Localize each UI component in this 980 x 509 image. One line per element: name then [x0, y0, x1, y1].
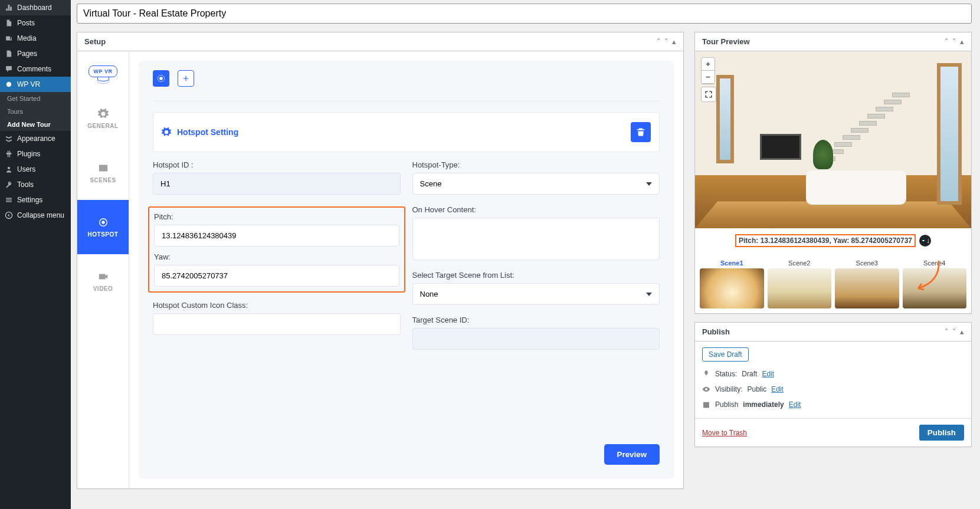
menu-plugins[interactable]: Plugins: [0, 146, 71, 162]
hover-content-textarea[interactable]: [412, 218, 660, 260]
submenu-tours[interactable]: Tours: [0, 105, 71, 118]
menu-tools[interactable]: Tools: [0, 177, 71, 192]
hotspot-type-label: Hotspot-Type:: [412, 160, 660, 169]
target-scene-id-label: Target Scene ID:: [412, 316, 660, 324]
tour-title-input[interactable]: [77, 4, 972, 24]
setup-heading: Setup: [84, 37, 106, 46]
menu-posts[interactable]: Posts: [0, 15, 71, 31]
tab-video[interactable]: VIDEO: [77, 254, 129, 308]
scene-thumbnails: Scene1 Scene2 Scene3 Scene4: [695, 253, 971, 313]
pitch-input[interactable]: [154, 225, 399, 247]
target-scene-id-input: [412, 328, 660, 350]
apply-position-button[interactable]: ↓: [919, 235, 931, 247]
panel-up-icon[interactable]: ˄: [657, 37, 661, 46]
menu-settings[interactable]: Settings: [0, 192, 71, 208]
hotspot-id-input: [153, 173, 401, 195]
panel-down-icon[interactable]: ˅: [664, 37, 668, 46]
panel-down-icon[interactable]: ˅: [952, 327, 956, 336]
svg-point-1: [8, 167, 10, 169]
menu-dashboard[interactable]: Dashboard: [0, 0, 71, 15]
hotspot-add-tab[interactable]: [178, 70, 194, 87]
custom-icon-label: Hotspot Custom Icon Class:: [153, 301, 401, 310]
schedule-row: Publish immediately Edit: [702, 397, 964, 412]
tab-hotspot[interactable]: HOTSPOT: [77, 200, 129, 254]
vertical-tabs: WP VR GENERAL SCENES HOTSPOT VIDEO: [77, 51, 129, 488]
admin-sidebar: Dashboard Posts Media Pages Comments WP …: [0, 0, 71, 509]
hotspot-setting-title: Hotspot Setting: [177, 127, 238, 137]
tour-preview-heading: Tour Preview: [702, 37, 750, 46]
hotspot-id-label: Hotspot ID :: [153, 160, 401, 169]
svg-point-5: [159, 77, 163, 80]
collapse-menu[interactable]: Collapse menu: [0, 208, 71, 223]
edit-status-link[interactable]: Edit: [762, 370, 774, 378]
panel-toggle-icon[interactable]: ▴: [672, 37, 676, 46]
tab-general[interactable]: GENERAL: [77, 91, 129, 146]
scene-thumb-3[interactable]: Scene3: [835, 258, 899, 308]
status-row: Status: Draft Edit: [702, 366, 964, 382]
wpvr-logo: WP VR: [77, 51, 129, 91]
hotspot-record-tab[interactable]: [153, 70, 169, 87]
scene-thumb-1[interactable]: Scene1: [700, 258, 764, 308]
scene-thumb-4[interactable]: Scene4: [903, 258, 967, 308]
panorama-viewport[interactable]: + − Add This Position into active Hotspo…: [695, 51, 971, 228]
target-scene-select[interactable]: None: [412, 283, 660, 305]
save-draft-button[interactable]: Save Draft: [702, 347, 749, 362]
move-to-trash-link[interactable]: Move to Trash: [702, 429, 747, 437]
fullscreen-button[interactable]: [701, 87, 716, 102]
setup-panel: Setup ˄ ˅ ▴ WP VR GENERAL SCENES HOTSPOT: [77, 32, 684, 489]
panel-toggle-icon[interactable]: ▴: [960, 327, 964, 336]
menu-comments[interactable]: Comments: [0, 61, 71, 77]
yaw-input[interactable]: [154, 265, 399, 287]
menu-users[interactable]: Users: [0, 162, 71, 177]
tab-scenes[interactable]: SCENES: [77, 146, 129, 200]
hotspot-type-select[interactable]: Scene: [412, 173, 660, 195]
menu-pages[interactable]: Pages: [0, 46, 71, 61]
submenu-get-started[interactable]: Get Started: [0, 92, 71, 105]
scene-thumb-2[interactable]: Scene2: [768, 258, 832, 308]
menu-wpvr[interactable]: WP VR: [0, 77, 71, 92]
hover-content-label: On Hover Content:: [412, 205, 660, 214]
publish-button[interactable]: Publish: [919, 425, 964, 441]
custom-icon-input[interactable]: [153, 313, 401, 335]
publish-panel: Publish ˄˅▴ Save Draft Status: Draft Edi…: [694, 322, 972, 447]
pitch-label: Pitch:: [154, 212, 173, 221]
edit-schedule-link[interactable]: Edit: [789, 400, 801, 409]
pitch-yaw-readout: Pitch: 13.124836124380439, Yaw: 85.27420…: [735, 234, 916, 247]
submenu-add-new-tour[interactable]: Add New Tour: [0, 118, 71, 131]
panel-up-icon[interactable]: ˄: [945, 37, 949, 46]
panel-toggle-icon[interactable]: ▴: [960, 37, 964, 46]
panel-up-icon[interactable]: ˄: [945, 327, 949, 336]
publish-heading: Publish: [702, 327, 730, 336]
menu-media[interactable]: Media: [0, 31, 71, 46]
zoom-out-button[interactable]: −: [702, 71, 714, 84]
visibility-row: Visibility: Public Edit: [702, 382, 964, 397]
svg-point-3: [101, 221, 104, 224]
yaw-label: Yaw:: [154, 252, 171, 261]
preview-button[interactable]: Preview: [604, 444, 660, 465]
tour-preview-panel: Tour Preview ˄˅▴: [694, 32, 972, 314]
panel-down-icon[interactable]: ˅: [952, 37, 956, 46]
zoom-in-button[interactable]: +: [702, 58, 714, 71]
svg-point-0: [6, 82, 11, 87]
target-scene-list-label: Select Target Scene from List:: [412, 271, 660, 280]
delete-hotspot-button[interactable]: [631, 122, 651, 142]
edit-visibility-link[interactable]: Edit: [771, 385, 784, 393]
menu-appearance[interactable]: Appearance: [0, 131, 71, 146]
